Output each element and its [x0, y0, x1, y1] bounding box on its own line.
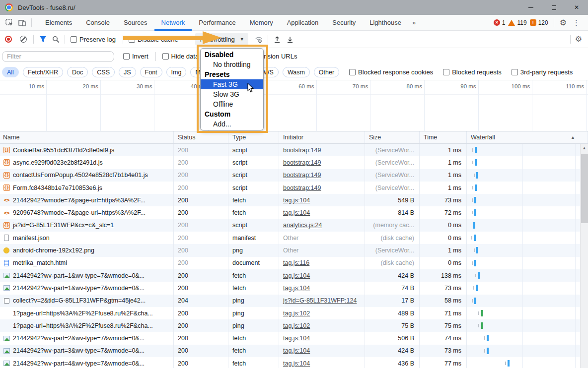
cell-name[interactable]: {}async.e929f0d023e2b8f2491d.js — [0, 156, 174, 169]
initiator-link[interactable]: tag.js:104 — [283, 335, 310, 342]
cell-name[interactable]: {}contactUsFormPopup.45024e8528cf7b1b4e0… — [0, 169, 174, 182]
table-row[interactable]: {}Form.fc84348b1e7e710853e6.js200scriptb… — [0, 182, 588, 194]
table-row[interactable]: 1?page-url=https%3A%2F%2Ffuse8.ru%2F&cha… — [0, 319, 588, 332]
column-header-waterfall[interactable]: Waterfall — [467, 131, 588, 143]
column-header-type[interactable]: Type — [228, 131, 279, 143]
filter-pill-other[interactable]: Other — [314, 67, 339, 77]
table-row[interactable]: 21442942?wv-part=4&wv-type=7&wmode=0&...… — [0, 357, 588, 368]
column-header-name[interactable]: Name — [0, 131, 174, 143]
table-row[interactable]: metrika_match.html200documenttag.js:116(… — [0, 257, 588, 269]
tab-application[interactable]: Application — [280, 15, 326, 31]
maximize-button[interactable] — [542, 0, 565, 15]
network-settings-icon[interactable]: ⚙ — [575, 35, 582, 43]
initiator-link[interactable]: tag.js:104 — [283, 360, 310, 367]
initiator-link[interactable]: bootstrap:149 — [283, 147, 321, 154]
initiator-link[interactable]: js?id=G-85L1F31WFP:124 — [283, 297, 357, 304]
table-row[interactable]: collect?v=2&tid=G-85L1F31WFP&gtm=45je42.… — [0, 295, 588, 307]
filter-pill-css[interactable]: CSS — [92, 67, 115, 77]
cell-waterfall[interactable] — [467, 357, 588, 368]
network-conditions-icon[interactable] — [252, 33, 265, 46]
table-scrollbar[interactable]: ▲ — [580, 144, 588, 368]
cell-waterfall[interactable] — [467, 182, 588, 194]
cell-name[interactable]: {}CookieBar.9551dc63f70d2c8e0af9.js — [0, 144, 174, 156]
cell-name[interactable]: 1?page-url=https%3A%2F%2Ffuse8.ru%2F&cha… — [0, 307, 174, 319]
cell-name[interactable]: 21442942?wv-part=2&wv-type=7&wmode=0&... — [0, 332, 174, 344]
initiator-link[interactable]: tag.js:104 — [283, 272, 310, 279]
cell-name[interactable]: {}Form.fc84348b1e7e710853e6.js — [0, 182, 174, 194]
initiator-link[interactable]: tag.js:102 — [283, 310, 310, 317]
filter-pill-img[interactable]: Img — [166, 67, 187, 77]
cell-waterfall[interactable] — [467, 156, 588, 169]
dropdown-item-add[interactable]: Add... — [201, 119, 263, 129]
cell-waterfall[interactable] — [467, 144, 588, 156]
cell-name[interactable]: android-chrome-192x192.png — [0, 244, 174, 256]
export-har-icon[interactable] — [284, 33, 296, 46]
cell-waterfall[interactable] — [467, 345, 588, 357]
table-row[interactable]: <>92096748?wmode=7&page-url=https%3A%2F.… — [0, 206, 588, 219]
table-row[interactable]: manifest.json200manifestOther(disk cache… — [0, 232, 588, 244]
cell-waterfall[interactable] — [467, 169, 588, 182]
cell-waterfall[interactable] — [467, 257, 588, 269]
table-row[interactable]: 21442942?wv-part=3&wv-type=7&wmode=0&...… — [0, 345, 588, 357]
error-badge[interactable]: ✕ 1 — [494, 19, 506, 26]
initiator-link[interactable]: tag.js:104 — [283, 209, 310, 216]
blocked-requests-checkbox[interactable]: Blocked requests — [443, 68, 502, 76]
initiator-link[interactable]: tag.js:102 — [283, 322, 310, 329]
tab-lighthouse[interactable]: Lighthouse — [363, 15, 408, 31]
table-row[interactable]: android-chrome-192x192.png200pngOther(Se… — [0, 244, 588, 256]
initiator-link[interactable]: bootstrap:149 — [283, 172, 321, 179]
blocked-response-cookies-checkbox[interactable]: Blocked response cookies — [349, 68, 433, 76]
filter-pill-wasm[interactable]: Wasm — [283, 67, 310, 77]
issues-badge[interactable]: ! 120 — [530, 19, 548, 26]
cell-waterfall[interactable] — [467, 269, 588, 282]
dropdown-item-no-throttling[interactable]: No throttling — [201, 60, 263, 69]
cell-waterfall[interactable] — [467, 244, 588, 256]
dropdown-item-offline[interactable]: Offline — [201, 99, 263, 109]
tab-console[interactable]: Console — [79, 15, 117, 31]
initiator-link[interactable]: bootstrap:149 — [283, 159, 321, 166]
table-row[interactable]: 21442942?wv-part=1&wv-type=7&wmode=0&...… — [0, 269, 588, 282]
cell-name[interactable]: manifest.json — [0, 232, 174, 244]
filter-pill-doc[interactable]: Doc — [67, 67, 88, 77]
cell-name[interactable]: metrika_match.html — [0, 257, 174, 269]
filter-pill-font[interactable]: Font — [140, 67, 162, 77]
column-header-status[interactable]: Status — [174, 131, 228, 143]
table-row[interactable]: <>21442942?wmode=7&page-url=https%3A%2F.… — [0, 194, 588, 206]
cell-name[interactable]: 21442942?wv-part=1&wv-type=7&wmode=0&... — [0, 269, 174, 282]
warning-badge[interactable]: 119 — [508, 19, 526, 26]
table-row[interactable]: {}js?id=G-85L1F31WFP&cx=c&_slc=1200scrip… — [0, 219, 588, 232]
more-menu-icon[interactable]: ⋮ — [570, 18, 583, 27]
cell-name[interactable]: <>92096748?wmode=7&page-url=https%3A%2F.… — [0, 206, 174, 219]
settings-gear-icon[interactable]: ⚙ — [560, 19, 567, 27]
cell-waterfall[interactable] — [467, 282, 588, 294]
cell-name[interactable]: <>21442942?wmode=7&page-url=https%3A%2F.… — [0, 194, 174, 206]
filter-input[interactable] — [2, 51, 114, 62]
cell-name[interactable]: {}js?id=G-85L1F31WFP&cx=c&_slc=1 — [0, 219, 174, 232]
clear-button[interactable] — [20, 36, 27, 43]
filter-pill-fetch-xhr[interactable]: Fetch/XHR — [23, 67, 63, 77]
tab-performance[interactable]: Performance — [192, 15, 242, 31]
initiator-link[interactable]: tag.js:104 — [283, 347, 310, 354]
cell-waterfall[interactable] — [467, 295, 588, 307]
cell-waterfall[interactable] — [467, 206, 588, 219]
table-row[interactable]: {}async.e929f0d023e2b8f2491d.js200script… — [0, 156, 588, 169]
filter-toggle-icon[interactable] — [36, 33, 49, 46]
column-header-time[interactable]: Time — [420, 131, 467, 143]
cell-waterfall[interactable] — [467, 332, 588, 344]
table-row[interactable]: 1?page-url=https%3A%2F%2Ffuse8.ru%2F&cha… — [0, 307, 588, 319]
filter-pill-js[interactable]: JS — [119, 67, 136, 77]
tab-memory[interactable]: Memory — [243, 15, 280, 31]
timeline-overview[interactable]: 10 ms20 ms30 ms40 ms50 ms60 ms70 ms80 ms… — [0, 80, 588, 131]
dropdown-item-slow-3g[interactable]: Slow 3G — [201, 89, 263, 99]
cell-waterfall[interactable] — [467, 319, 588, 332]
cell-waterfall[interactable] — [467, 194, 588, 206]
minimize-button[interactable] — [519, 0, 542, 15]
cell-name[interactable]: collect?v=2&tid=G-85L1F31WFP&gtm=45je42.… — [0, 295, 174, 307]
device-toolbar-icon[interactable] — [16, 16, 29, 29]
cell-waterfall[interactable] — [467, 219, 588, 232]
3rd-party-requests-checkbox[interactable]: 3rd-party requests — [512, 68, 573, 76]
throttling-select[interactable]: No throttling ▼ — [195, 33, 248, 45]
scrollbar-up-icon[interactable]: ▲ — [581, 146, 588, 150]
invert-checkbox[interactable]: Invert — [123, 53, 148, 60]
cell-name[interactable]: 21442942?wv-part=4&wv-type=7&wmode=0&... — [0, 357, 174, 368]
